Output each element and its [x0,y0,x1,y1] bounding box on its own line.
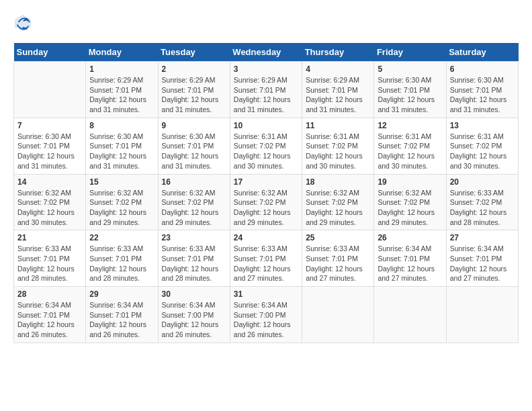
daylight-text: Daylight: 12 hours and 31 minutes. [450,95,507,113]
sunset-text: Sunset: 7:02 PM [378,142,430,150]
sunrise-text: Sunrise: 6:30 AM [378,76,431,84]
sunrise-text: Sunrise: 6:33 AM [450,189,504,197]
daylight-text: Daylight: 12 hours and 28 minutes. [89,265,146,283]
calendar-cell: 15 Sunrise: 6:32 AM Sunset: 7:02 PM Dayl… [86,174,158,230]
calendar-cell: 4 Sunrise: 6:29 AM Sunset: 7:01 PM Dayli… [302,62,374,118]
day-info: Sunrise: 6:34 AM Sunset: 7:01 PM Dayligh… [89,300,154,340]
calendar-cell: 17 Sunrise: 6:32 AM Sunset: 7:02 PM Dayl… [230,174,302,230]
day-number: 14 [17,177,82,187]
calendar-cell: 20 Sunrise: 6:33 AM Sunset: 7:02 PM Dayl… [446,174,518,230]
day-info: Sunrise: 6:33 AM Sunset: 7:01 PM Dayligh… [306,244,370,283]
calendar-cell: 16 Sunrise: 6:32 AM Sunset: 7:02 PM Dayl… [158,174,230,230]
day-info: Sunrise: 6:31 AM Sunset: 7:02 PM Dayligh… [450,132,515,171]
day-info: Sunrise: 6:29 AM Sunset: 7:01 PM Dayligh… [89,75,154,115]
day-number: 19 [378,177,442,187]
daylight-text: Daylight: 12 hours and 31 minutes. [162,152,219,170]
daylight-text: Daylight: 12 hours and 27 minutes. [234,265,291,283]
daylight-text: Daylight: 12 hours and 31 minutes. [378,95,435,113]
sunrise-text: Sunrise: 6:32 AM [162,189,216,197]
sunset-text: Sunset: 7:02 PM [450,142,502,150]
day-info: Sunrise: 6:30 AM Sunset: 7:01 PM Dayligh… [89,132,154,171]
calendar-week-row: 1 Sunrise: 6:29 AM Sunset: 7:01 PM Dayli… [14,62,519,118]
sunrise-text: Sunrise: 6:31 AM [306,132,359,140]
calendar-cell: 21 Sunrise: 6:33 AM Sunset: 7:01 PM Dayl… [14,230,86,287]
daylight-text: Daylight: 12 hours and 30 minutes. [234,152,291,170]
sunset-text: Sunset: 7:01 PM [17,311,70,319]
calendar-cell: 19 Sunrise: 6:32 AM Sunset: 7:02 PM Dayl… [374,174,446,230]
daylight-text: Daylight: 12 hours and 31 minutes. [17,152,75,170]
sunrise-text: Sunrise: 6:33 AM [306,244,359,253]
header-tuesday: Tuesday [158,43,230,62]
daylight-text: Daylight: 12 hours and 29 minutes. [234,208,291,226]
calendar-cell [374,287,446,343]
daylight-text: Daylight: 12 hours and 31 minutes. [89,152,146,170]
day-info: Sunrise: 6:34 AM Sunset: 7:00 PM Dayligh… [162,300,226,340]
calendar-cell: 12 Sunrise: 6:31 AM Sunset: 7:02 PM Dayl… [374,118,446,174]
daylight-text: Daylight: 12 hours and 26 minutes. [17,320,75,338]
sunrise-text: Sunrise: 6:32 AM [234,189,287,197]
day-number: 27 [450,233,515,242]
day-info: Sunrise: 6:29 AM Sunset: 7:01 PM Dayligh… [162,75,226,115]
calendar-cell: 8 Sunrise: 6:30 AM Sunset: 7:01 PM Dayli… [86,118,158,174]
day-number: 5 [378,64,442,74]
calendar-cell: 22 Sunrise: 6:33 AM Sunset: 7:01 PM Dayl… [86,230,158,287]
day-number: 15 [89,177,154,187]
header-friday: Friday [374,43,446,62]
sunset-text: Sunset: 7:01 PM [450,86,502,94]
calendar-cell: 29 Sunrise: 6:34 AM Sunset: 7:01 PM Dayl… [86,287,158,343]
calendar-table: Sunday Monday Tuesday Wednesday Thursday… [13,43,519,343]
daylight-text: Daylight: 12 hours and 28 minutes. [162,265,219,283]
daylight-text: Daylight: 12 hours and 31 minutes. [306,95,363,113]
daylight-text: Daylight: 12 hours and 27 minutes. [306,265,363,283]
day-number: 28 [17,289,82,299]
day-number: 7 [17,121,82,130]
calendar-cell: 9 Sunrise: 6:30 AM Sunset: 7:01 PM Dayli… [158,118,230,174]
day-number: 26 [378,233,442,242]
calendar-cell: 11 Sunrise: 6:31 AM Sunset: 7:02 PM Dayl… [302,118,374,174]
sunrise-text: Sunrise: 6:30 AM [17,132,71,140]
calendar-cell: 18 Sunrise: 6:32 AM Sunset: 7:02 PM Dayl… [302,174,374,230]
day-info: Sunrise: 6:31 AM Sunset: 7:02 PM Dayligh… [378,132,442,171]
sunset-text: Sunset: 7:02 PM [162,198,214,206]
sunset-text: Sunset: 7:01 PM [89,86,142,94]
day-info: Sunrise: 6:34 AM Sunset: 7:01 PM Dayligh… [17,300,82,340]
sunset-text: Sunset: 7:01 PM [378,255,430,263]
sunset-text: Sunset: 7:01 PM [234,86,286,94]
day-info: Sunrise: 6:33 AM Sunset: 7:01 PM Dayligh… [17,244,82,283]
day-info: Sunrise: 6:32 AM Sunset: 7:02 PM Dayligh… [378,188,442,228]
sunrise-text: Sunrise: 6:33 AM [89,244,143,253]
sunset-text: Sunset: 7:01 PM [306,255,358,263]
sunrise-text: Sunrise: 6:31 AM [450,132,504,140]
calendar-cell [14,62,86,118]
calendar-cell: 25 Sunrise: 6:33 AM Sunset: 7:01 PM Dayl… [302,230,374,287]
calendar-cell: 31 Sunrise: 6:34 AM Sunset: 7:00 PM Dayl… [230,287,302,343]
daylight-text: Daylight: 12 hours and 30 minutes. [450,152,507,170]
day-number: 18 [306,177,370,187]
day-info: Sunrise: 6:30 AM Sunset: 7:01 PM Dayligh… [162,132,226,171]
daylight-text: Daylight: 12 hours and 27 minutes. [378,265,435,283]
day-info: Sunrise: 6:29 AM Sunset: 7:01 PM Dayligh… [234,75,298,115]
header-wednesday: Wednesday [230,43,302,62]
day-info: Sunrise: 6:34 AM Sunset: 7:00 PM Dayligh… [234,300,298,340]
calendar-cell [446,287,518,343]
sunrise-text: Sunrise: 6:34 AM [162,301,216,309]
sunset-text: Sunset: 7:01 PM [17,255,70,263]
calendar-body: 1 Sunrise: 6:29 AM Sunset: 7:01 PM Dayli… [14,62,519,343]
calendar-cell: 23 Sunrise: 6:33 AM Sunset: 7:01 PM Dayl… [158,230,230,287]
sunset-text: Sunset: 7:01 PM [89,255,142,263]
day-number: 29 [89,289,154,299]
header-monday: Monday [86,43,158,62]
day-number: 2 [162,64,226,74]
daylight-text: Daylight: 12 hours and 29 minutes. [378,208,435,226]
day-info: Sunrise: 6:31 AM Sunset: 7:02 PM Dayligh… [234,132,298,171]
sunset-text: Sunset: 7:01 PM [89,142,142,150]
day-info: Sunrise: 6:30 AM Sunset: 7:01 PM Dayligh… [17,132,82,171]
sunrise-text: Sunrise: 6:34 AM [378,244,431,253]
sunset-text: Sunset: 7:01 PM [89,311,142,319]
day-info: Sunrise: 6:33 AM Sunset: 7:01 PM Dayligh… [234,244,298,283]
header-saturday: Saturday [446,43,518,62]
sunrise-text: Sunrise: 6:33 AM [162,244,216,253]
daylight-text: Daylight: 12 hours and 30 minutes. [17,208,75,226]
header-thursday: Thursday [302,43,374,62]
sunrise-text: Sunrise: 6:34 AM [450,244,504,253]
